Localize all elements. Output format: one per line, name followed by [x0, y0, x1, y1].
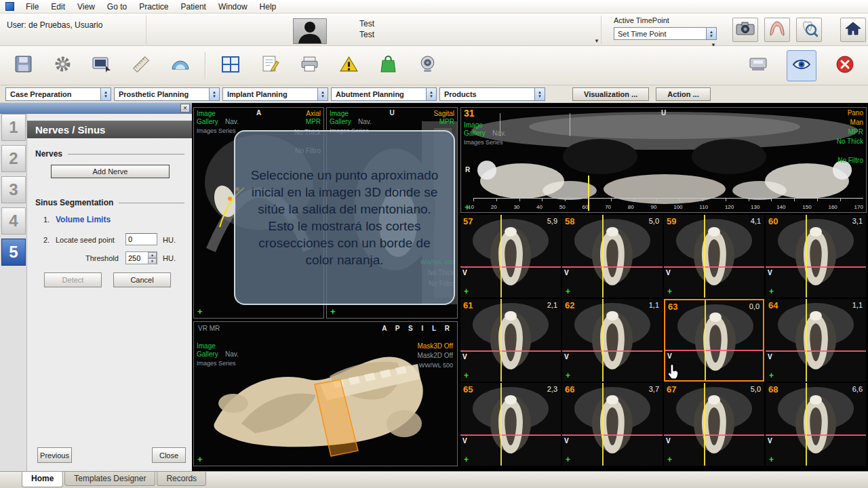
slice-cell-68[interactable]: 68 6,6 V + [766, 383, 866, 466]
spinner-icon[interactable]: ▲▼ [426, 88, 436, 100]
wizard-step-2[interactable]: 2 [1, 145, 26, 172]
slice-orientation-label: V [564, 353, 569, 361]
tooltip-text: Seleccione un punto aproximado inicial e… [248, 167, 441, 268]
ruler-number: 30 [513, 204, 519, 210]
ct-slice-image [766, 383, 866, 466]
ct-slice-image [460, 215, 561, 298]
workflow-combo-implant-planning[interactable]: Implant Planning▲▼ [222, 87, 328, 101]
panel-titlebar[interactable]: × [0, 103, 192, 114]
spinner-icon[interactable]: ▲▼ [209, 88, 219, 100]
menu-item-window[interactable]: Window [212, 0, 254, 14]
seed-point-input[interactable] [125, 233, 157, 245]
workflow-combo-case-preparation[interactable]: Case Preparation▲▼ [5, 87, 111, 101]
bottom-tab-bar: HomeTemplates DesignerRecords [0, 471, 868, 488]
cancel-button[interactable]: Cancel [113, 272, 171, 287]
settings-gear-button[interactable] [47, 50, 77, 81]
crosshair-vertical [806, 215, 807, 298]
warning-icon [340, 56, 358, 75]
wizard-step-3[interactable]: 3 [1, 176, 26, 203]
dental-arch-button[interactable] [764, 18, 790, 42]
slice-number: 57 [463, 216, 473, 226]
slice-cell-65[interactable]: 65 2,3 V + [460, 383, 561, 466]
shop-bag-button[interactable] [373, 50, 403, 81]
slice-cell-57[interactable]: 57 5,9 V + [460, 215, 561, 298]
notes-button[interactable] [255, 50, 285, 81]
menu-item-practice[interactable]: Practice [133, 0, 174, 14]
slice-cell-66[interactable]: 66 3,7 V + [562, 383, 663, 466]
visibility-eye-button[interactable] [787, 50, 816, 81]
tab-home[interactable]: Home [22, 472, 63, 487]
workflow-combo-products[interactable]: Products▲▼ [439, 87, 545, 101]
wizard-step-4[interactable]: 4 [1, 207, 26, 235]
print-button[interactable] [294, 50, 324, 81]
tab-templates-designer[interactable]: Templates Designer [64, 472, 155, 486]
slice-cell-67[interactable]: 67 5,0 V + [664, 383, 764, 466]
timepoint-select[interactable]: Set Time Point ▲▼ [614, 27, 717, 40]
tab-records[interactable]: Records [157, 472, 206, 486]
workflow-combo-abutment-planning[interactable]: Abutment Planning▲▼ [331, 87, 437, 101]
menu-item-go-to[interactable]: Go to [101, 0, 133, 14]
menu-item-file[interactable]: File [20, 0, 45, 14]
wizard-step-1[interactable]: 1 [1, 114, 26, 141]
action-button[interactable]: Action ... [656, 87, 710, 101]
add-nerve-button[interactable]: Add Nerve [51, 165, 170, 178]
slice-number: 61 [463, 300, 473, 310]
slice-orientation-label: V [564, 269, 569, 277]
patient-dropdown-arrow-icon[interactable]: ▼ [594, 38, 599, 44]
close-red-button[interactable] [830, 50, 860, 81]
slice-distance: 0,0 [749, 302, 760, 310]
camera-scope-icon [418, 55, 437, 76]
view-mode-label: MPR [306, 118, 321, 126]
wizard-step-5[interactable]: 5 [1, 239, 26, 266]
slice-orientation-label: V [666, 437, 671, 445]
visualization-button[interactable]: Visualization ... [572, 87, 649, 101]
protractor-button[interactable] [165, 50, 195, 81]
timepoint-value: Set Time Point [614, 30, 706, 38]
orientation-label: U [389, 109, 394, 117]
card-printer-button[interactable] [743, 50, 773, 81]
slice-cell-64[interactable]: 64 1,1 V + [766, 299, 866, 382]
gallery-label: Gallery [197, 350, 218, 359]
threshold-stepper[interactable]: ▲▼ [125, 251, 157, 264]
slice-cell-61[interactable]: 61 2,1 V + [460, 299, 561, 382]
spinner-icon[interactable]: ▲▼ [317, 88, 328, 100]
toolbar [0, 46, 868, 85]
camera-scope-button[interactable] [412, 50, 442, 81]
layout-grid-button[interactable] [216, 50, 245, 81]
slice-cell-62[interactable]: 62 1,1 V + [562, 299, 663, 382]
tooth-magnifier-button[interactable] [796, 18, 822, 42]
slice-cell-59[interactable]: 59 4,1 V + [664, 215, 764, 298]
previous-button[interactable]: Previous [37, 447, 72, 463]
menu-item-patient[interactable]: Patient [175, 0, 212, 14]
photo-camera-button[interactable] [732, 18, 758, 42]
slice-cell-60[interactable]: 60 3,1 V + [766, 215, 866, 298]
ruler-number: 70 [605, 204, 611, 210]
spinner-icon[interactable]: ▲▼ [534, 88, 545, 100]
home-button[interactable] [840, 18, 866, 42]
menu-item-edit[interactable]: Edit [45, 0, 71, 14]
menu-item-help[interactable]: Help [254, 0, 283, 14]
close-button[interactable]: Close [152, 447, 186, 463]
slice-distance: 1,1 [649, 301, 659, 309]
spinner-icon[interactable]: ▲▼ [100, 88, 111, 100]
workflow-combo-prosthetic-planning[interactable]: Prosthetic Planning▲▼ [114, 87, 220, 101]
warning-button[interactable] [334, 50, 363, 81]
ruler-button[interactable] [126, 50, 156, 81]
panoramic-viewer[interactable]: 31 Image Gallery Nav. Images Series U R … [460, 107, 867, 213]
detect-button[interactable]: Detect [44, 272, 102, 287]
menu-item-view[interactable]: View [71, 0, 101, 14]
volume-limits-step[interactable]: Volume Limits [56, 215, 111, 224]
slice-cell-58[interactable]: 58 5,0 V + [562, 215, 663, 298]
spinner-icon[interactable]: ▲▼ [706, 28, 716, 39]
slice-orientation-label: V [768, 437, 772, 445]
volume-3d-viewer[interactable]: VR MR A P S I L R Image Gallery Nav. Ima… [193, 321, 458, 466]
slice-number: 62 [565, 300, 574, 310]
crosshair-vertical [704, 215, 705, 298]
save-button[interactable] [8, 50, 38, 81]
stepper-arrows-icon[interactable]: ▲▼ [148, 252, 157, 264]
threshold-input[interactable] [126, 252, 148, 264]
panel-close-icon[interactable]: × [180, 104, 190, 113]
nav-label: Nav. [358, 118, 372, 126]
slice-number: 58 [565, 216, 574, 226]
screen-capture-button[interactable] [87, 50, 117, 81]
